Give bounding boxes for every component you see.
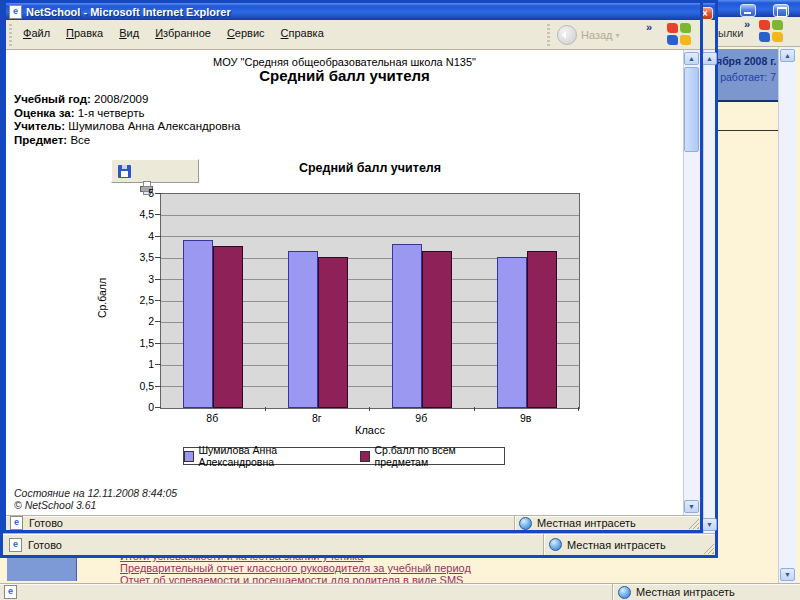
scroll-down-icon[interactable]: ▼ (780, 568, 795, 581)
x-tick-mark (369, 407, 370, 411)
scroll-up-icon[interactable]: ▲ (684, 52, 699, 65)
zone-label: Местная интрасеть (537, 517, 636, 529)
gridline (161, 236, 579, 237)
scroll-down-icon[interactable]: ▼ (684, 500, 699, 513)
save-icon[interactable] (117, 164, 133, 180)
chart-title: Средний балл учителя (160, 161, 580, 175)
y-tick-mark (155, 214, 161, 215)
y-tick-mark (155, 321, 161, 322)
bar-Шумилова Анна Александровна-8б (183, 240, 213, 408)
report-link-1[interactable]: Предварительный отчет классного руководи… (120, 562, 471, 574)
legend-label: Шумилова Анна Александровна (198, 444, 346, 468)
menu-item-1[interactable]: Правка (58, 24, 111, 42)
y-tick-label: 2 (122, 315, 154, 327)
y-tick-label: 5 (122, 187, 154, 199)
intranet-globe-icon (618, 586, 631, 599)
menu-item-2[interactable]: Вид (111, 24, 147, 42)
page-icon: e (9, 538, 22, 552)
zone-cell: Местная интрасеть (543, 534, 702, 555)
report-document: МОУ "Средняя общеобразовательная школа N… (6, 50, 683, 515)
y-tick-label: 3,5 (122, 251, 154, 263)
y-tick-mark (155, 343, 161, 344)
y-tick-mark (155, 386, 161, 387)
date-line: ября 2008 г. (716, 55, 776, 67)
y-tick-mark (155, 279, 161, 280)
page-icon: e (4, 585, 17, 599)
resize-grip[interactable] (702, 542, 714, 554)
y-tick-label: 0,5 (122, 380, 154, 392)
meta-row-3: Предмет: Все (14, 134, 240, 148)
toolbar-grip[interactable] (9, 24, 12, 46)
menu-item-4[interactable]: Сервис (219, 24, 273, 42)
legend-swatch (360, 451, 370, 462)
y-tick-mark (155, 257, 161, 258)
links-toolbar-label[interactable]: ылки (718, 27, 743, 39)
back-window-statusbar: e Местная интрасеть (0, 583, 800, 600)
scroll-thumb[interactable] (684, 67, 699, 152)
chevron-icon[interactable]: » (646, 21, 652, 33)
bar-Ср.балл по всем предметам-8г (318, 257, 348, 408)
y-tick-label: 0 (122, 401, 154, 413)
legend-swatch (184, 451, 194, 462)
chart-plot (160, 193, 580, 409)
x-tick-label: 8б (182, 412, 242, 424)
front-window: e NetSchool - Microsoft Internet Explore… (3, 0, 703, 533)
back-button-label: Назад (581, 29, 613, 41)
back-window-scrollbar[interactable]: ▲ ▼ (778, 47, 796, 583)
intranet-globe-icon (519, 517, 532, 530)
chart-legend: Шумилова Анна АлександровнаСр.балл по вс… (183, 447, 505, 465)
ready-label: Готово (28, 539, 62, 551)
middle-window-scrollbar[interactable]: ▲ ▼ (703, 50, 715, 533)
report-meta-block: Учебный год: 2008/2009Оценка за: 1-я чет… (14, 93, 240, 147)
meta-row-1: Оценка за: 1-я четверть (14, 107, 240, 121)
y-tick-label: 4,5 (122, 208, 154, 220)
zone-cell: Местная интрасеть (612, 584, 791, 600)
report-copyright-line: © NetSchool 3.61 (14, 499, 96, 511)
zone-cell: Местная интрасеть (514, 516, 670, 530)
legend-label: Ср.балл по всем предметам (374, 444, 504, 468)
window-title: NetSchool - Microsoft Internet Explorer (26, 6, 231, 18)
maximize-icon[interactable] (773, 4, 789, 17)
chevron-icon[interactable]: » (744, 18, 750, 30)
scroll-up-icon[interactable]: ▲ (780, 49, 795, 62)
page-icon: e (10, 516, 23, 530)
zone-label: Местная интрасеть (567, 539, 666, 551)
meta-row-0: Учебный год: 2008/2009 (14, 93, 240, 107)
y-tick-mark (155, 364, 161, 365)
legend-entry-1: Ср.балл по всем предметам (360, 444, 504, 468)
y-tick-label: 1,5 (122, 337, 154, 349)
x-tick-label: 9б (391, 412, 451, 424)
middle-window-statusbar: e Готово Местная интрасеть (3, 533, 715, 555)
menu-bar: ФайлПравкаВидИзбранноеСервисСправка (15, 24, 332, 42)
front-window-scrollbar[interactable]: ▲ ▼ (683, 50, 700, 515)
report-title: Средний балл учителя (6, 67, 683, 84)
x-tick-label: 9в (496, 412, 556, 424)
menu-item-0[interactable]: Файл (15, 24, 58, 42)
minimize-icon[interactable] (740, 4, 756, 17)
y-tick-mark (155, 236, 161, 237)
front-window-titlebar[interactable]: e NetSchool - Microsoft Internet Explore… (6, 3, 700, 20)
y-tick-label: 3 (122, 273, 154, 285)
bar-Ср.балл по всем предметам-9б (422, 251, 452, 408)
content-divider-line (716, 130, 778, 131)
front-window-menubar: ФайлПравкаВидИзбранноеСервисСправка Наза… (6, 20, 700, 50)
bar-Шумилова Анна Александровна-8г (288, 251, 318, 408)
menu-item-3[interactable]: Избранное (147, 24, 219, 42)
dropdown-icon: ▾ (616, 31, 620, 40)
online-count-line: работает: 7 (716, 71, 776, 83)
bar-Ср.балл по всем предметам-8б (213, 246, 243, 408)
scroll-up-icon[interactable]: ▲ (702, 52, 717, 65)
resize-grip[interactable] (687, 517, 699, 529)
bar-Шумилова Анна Александровна-9в (497, 257, 527, 409)
y-tick-label: 1 (122, 358, 154, 370)
report-status-line: Состояние на 12.11.2008 8:44:05 (14, 487, 177, 499)
back-arrow-icon (557, 25, 577, 45)
y-tick-label: 2,5 (122, 294, 154, 306)
gridline (161, 215, 579, 216)
screen: { "icons": { "close_glyph": "×", "scroll… (0, 0, 800, 600)
x-tick-mark (265, 407, 266, 411)
menu-item-5[interactable]: Справка (273, 24, 332, 42)
toolbar-grip[interactable] (547, 24, 550, 46)
scroll-down-icon[interactable]: ▼ (702, 518, 717, 531)
back-button[interactable]: Назад ▾ (557, 23, 641, 47)
